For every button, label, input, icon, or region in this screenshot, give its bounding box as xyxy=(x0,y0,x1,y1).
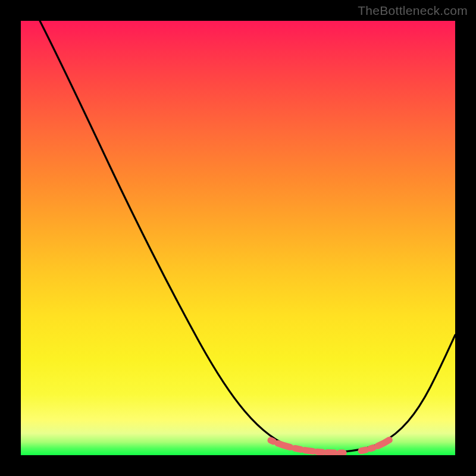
bottleneck-curve xyxy=(21,21,455,455)
plot-area xyxy=(21,21,455,455)
curve-markers xyxy=(271,439,392,453)
curve-path xyxy=(40,21,455,452)
chart-container: TheBottleneck.com xyxy=(0,0,476,476)
watermark-text: TheBottleneck.com xyxy=(358,4,468,18)
